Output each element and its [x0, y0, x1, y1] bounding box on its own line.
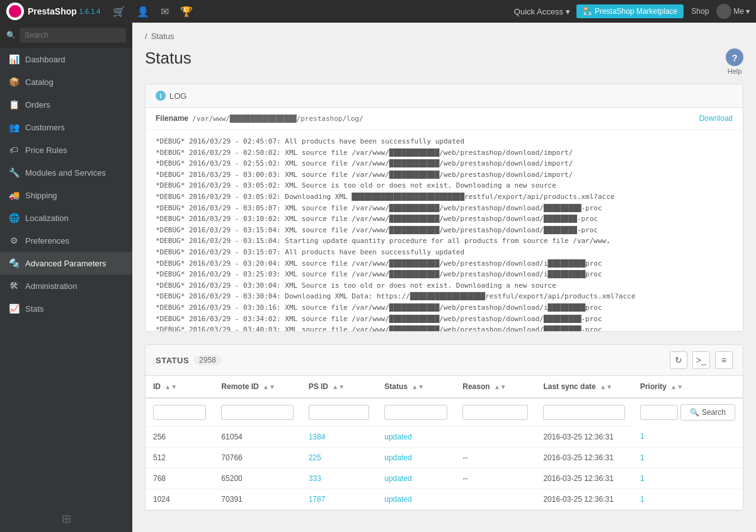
cart-icon[interactable]: 🛒: [113, 6, 125, 18]
breadcrumb-separator: /: [145, 31, 147, 41]
terminal-button[interactable]: >_: [692, 351, 710, 369]
col-status[interactable]: Status ▲▼: [377, 376, 455, 398]
filter-ps-id[interactable]: [309, 405, 370, 420]
shop-button[interactable]: Shop: [691, 7, 709, 16]
sidebar: 🔍 📊 Dashboard 📦 Catalog 📋 Orders 👥 Custo…: [0, 23, 132, 532]
marketplace-button[interactable]: 🏪 PrestaShop Marketplace: [576, 4, 684, 18]
cell-status: updated: [377, 489, 455, 509]
log-line: *DEBUG* 2016/03/29 - 03:00:03: XML sourc…: [156, 169, 733, 181]
localization-icon: 🌐: [9, 213, 19, 223]
filter-reason[interactable]: [462, 405, 528, 420]
cell-priority: 1: [633, 468, 743, 489]
log-line: *DEBUG* 2016/03/29 - 03:30:04: XML Sourc…: [156, 280, 733, 291]
top-nav-right: 🏪 PrestaShop Marketplace Shop Me ▾: [576, 4, 750, 19]
orders-icon: 📋: [9, 99, 19, 110]
person-icon[interactable]: 👤: [137, 6, 149, 18]
administration-icon: 🛠: [9, 281, 19, 291]
sidebar-item-orders[interactable]: 📋 Orders: [0, 93, 132, 116]
sidebar-item-price-rules[interactable]: 🏷 Price Rules: [0, 139, 132, 161]
cell-priority: 1: [633, 447, 743, 468]
log-content: *DEBUG* 2016/03/29 - 02:45:07: All produ…: [146, 130, 743, 331]
brand-name: PrestaShop: [28, 6, 77, 16]
sidebar-item-catalog[interactable]: 📦 Catalog: [0, 71, 132, 93]
cell-remote-id: 70766: [214, 447, 301, 468]
log-line: *DEBUG* 2016/03/29 - 03:25:03: XML sourc…: [156, 269, 733, 280]
table-header-row: ID ▲▼ Remote ID ▲▼ PS ID ▲▼ Status ▲▼ Re…: [146, 376, 743, 398]
quick-access-button[interactable]: Quick Access ▾: [508, 7, 576, 16]
advanced-icon: 🔩: [9, 258, 19, 268]
sidebar-item-preferences[interactable]: ⚙ Preferences: [0, 229, 132, 252]
log-line: *DEBUG* 2016/03/29 - 03:05:02: XML Sourc…: [156, 180, 733, 191]
filter-id[interactable]: [153, 405, 206, 420]
sidebar-item-stats[interactable]: 📈 Stats: [0, 297, 132, 320]
col-reason[interactable]: Reason ▲▼: [455, 376, 536, 398]
log-line: *DEBUG* 2016/03/29 - 03:34:02: XML sourc…: [156, 314, 733, 325]
trophy-icon[interactable]: 🏆: [180, 6, 193, 18]
cell-priority: 1: [633, 489, 743, 509]
price-rules-icon: 🏷: [9, 145, 19, 155]
col-ps-id[interactable]: PS ID ▲▼: [301, 376, 377, 398]
filter-remote-id[interactable]: [221, 405, 293, 420]
filter-row: 🔍 Search: [146, 398, 743, 426]
filter-status[interactable]: [384, 405, 447, 420]
cell-ps-id[interactable]: 333: [301, 468, 377, 489]
log-line: *DEBUG* 2016/03/29 - 03:15:04: Starting …: [156, 235, 733, 247]
cell-remote-id: 70391: [214, 489, 301, 509]
sidebar-item-customers[interactable]: 👥 Customers: [0, 116, 132, 139]
download-link[interactable]: Download: [699, 114, 733, 123]
brand-logo[interactable]: PrestaShop 1.6.1.4: [6, 3, 100, 20]
log-line: *DEBUG* 2016/03/29 - 03:05:02: Downloadi…: [156, 191, 733, 203]
search-input[interactable]: [20, 28, 126, 43]
me-button[interactable]: Me ▾: [716, 4, 750, 19]
log-line: *DEBUG* 2016/03/29 - 03:30:04: Downloadi…: [156, 291, 733, 302]
col-priority[interactable]: Priority ▲▼: [633, 376, 743, 398]
log-section-header: i LOG: [146, 84, 743, 108]
col-id[interactable]: ID ▲▼: [146, 376, 214, 398]
sidebar-item-dashboard[interactable]: 📊 Dashboard: [0, 48, 132, 71]
refresh-button[interactable]: ↻: [670, 351, 687, 369]
cell-ps-id[interactable]: 1787: [301, 489, 377, 509]
main-content: / Status Status ? Help i LOG Filename /v…: [132, 23, 756, 532]
filter-last-sync[interactable]: [543, 405, 625, 420]
nav-icons: 🛒 👤 ✉ 🏆: [113, 6, 193, 18]
top-navigation: PrestaShop 1.6.1.4 🛒 👤 ✉ 🏆 Quick Access …: [0, 0, 756, 23]
breadcrumb-current: Status: [151, 31, 175, 41]
sidebar-item-shipping[interactable]: 🚚 Shipping: [0, 184, 132, 207]
status-section: STATUS 2958 ↻ >_ ≡ ID ▲▼ Remote ID ▲▼ PS…: [145, 344, 743, 511]
help-icon: ?: [726, 48, 743, 66]
menu-button[interactable]: ≡: [715, 351, 733, 369]
col-remote-id[interactable]: Remote ID ▲▼: [214, 376, 301, 398]
log-line: *DEBUG* 2016/03/29 - 03:15:07: All produ…: [156, 247, 733, 258]
search-filter-button[interactable]: 🔍 Search: [680, 404, 735, 421]
cell-id: 512: [146, 447, 214, 468]
table-row: 256 61054 1384 updated 2016-03-25 12:36:…: [146, 426, 743, 447]
log-line: *DEBUG* 2016/03/29 - 03:20:04: XML sourc…: [156, 258, 733, 269]
sidebar-item-modules[interactable]: 🔧 Modules and Services: [0, 161, 132, 184]
search-icon: 🔍: [690, 408, 699, 417]
table-row: 1024 70391 1787 updated 2016-03-25 12:36…: [146, 489, 743, 509]
status-count: 2958: [194, 355, 221, 365]
stats-icon: 📈: [9, 303, 19, 314]
cell-ps-id[interactable]: 1384: [301, 426, 377, 447]
sidebar-item-advanced[interactable]: 🔩 Advanced Parameters: [0, 252, 132, 274]
help-button[interactable]: ? Help: [726, 48, 743, 75]
collapse-icon[interactable]: ⊞: [62, 512, 71, 526]
filter-priority[interactable]: [640, 405, 678, 420]
sidebar-item-localization[interactable]: 🌐 Localization: [0, 207, 132, 229]
mail-icon[interactable]: ✉: [161, 6, 169, 18]
prestashop-icon: 🏪: [583, 7, 592, 16]
page-header: Status ? Help: [132, 45, 756, 84]
cell-ps-id[interactable]: 225: [301, 447, 377, 468]
cell-remote-id: 61054: [214, 426, 301, 447]
cell-id: 256: [146, 426, 214, 447]
cell-reason: --: [455, 468, 536, 489]
cell-last-sync: 2016-03-25 12:36:31: [536, 489, 633, 509]
sidebar-item-administration[interactable]: 🛠 Administration: [0, 274, 132, 297]
search-icon: 🔍: [6, 31, 16, 40]
col-last-sync[interactable]: Last sync date ▲▼: [536, 376, 633, 398]
cell-reason: [455, 426, 536, 447]
cell-id: 768: [146, 468, 214, 489]
chevron-down-icon: ▾: [746, 7, 750, 16]
cell-reason: [455, 489, 536, 509]
cell-id: 1024: [146, 489, 214, 509]
